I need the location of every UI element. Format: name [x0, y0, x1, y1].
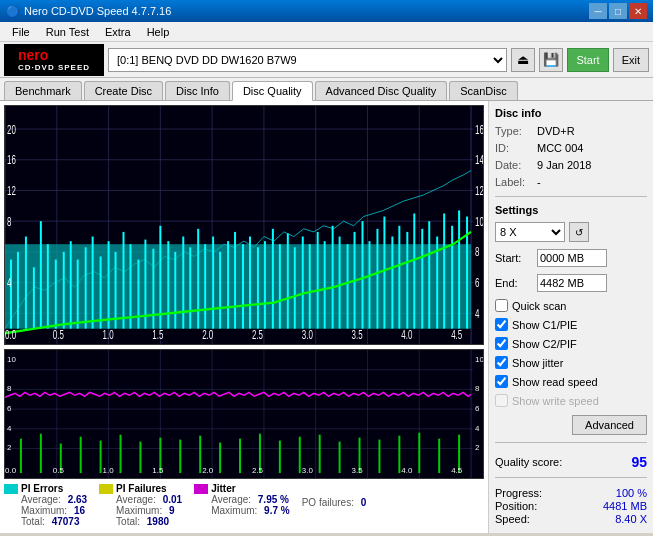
type-value: DVD+R	[537, 125, 575, 137]
svg-rect-61	[324, 241, 326, 329]
menu-run-test[interactable]: Run Test	[38, 24, 97, 40]
jitter-avg-val: 7.95 %	[258, 494, 289, 505]
tab-bar: Benchmark Create Disc Disc Info Disc Qua…	[0, 78, 653, 101]
speed-selector[interactable]: 8 X	[495, 222, 565, 242]
svg-text:2.0: 2.0	[202, 329, 213, 342]
pi-failures-total-label: Total:	[116, 516, 140, 527]
svg-rect-139	[438, 439, 440, 473]
show-jitter-checkbox[interactable]	[495, 356, 508, 369]
svg-rect-60	[317, 232, 319, 329]
quick-scan-checkbox[interactable]	[495, 299, 508, 312]
tab-disc-info[interactable]: Disc Info	[165, 81, 230, 100]
svg-text:4.0: 4.0	[401, 466, 413, 475]
show-c1pie-label: Show C1/PIE	[512, 319, 577, 331]
svg-rect-30	[92, 237, 94, 329]
position-value: 4481 MB	[603, 500, 647, 512]
drive-selector[interactable]: [0:1] BENQ DVD DD DW1620 B7W9	[108, 48, 507, 72]
show-read-speed-checkbox[interactable]	[495, 375, 508, 388]
svg-rect-126	[179, 440, 181, 473]
legend-po-failures: PO failures: 0	[302, 483, 367, 527]
end-input[interactable]	[537, 274, 607, 292]
show-read-speed-label: Show read speed	[512, 376, 598, 388]
quick-scan-row: Quick scan	[495, 299, 647, 312]
svg-rect-136	[378, 440, 380, 473]
svg-rect-46	[212, 237, 214, 329]
show-c2pif-checkbox[interactable]	[495, 337, 508, 350]
svg-rect-57	[294, 247, 296, 328]
svg-text:12: 12	[7, 184, 16, 197]
start-button[interactable]: Start	[567, 48, 608, 72]
svg-rect-19	[10, 260, 12, 329]
pi-errors-max-val: 16	[74, 505, 85, 516]
progress-value: 100 %	[616, 487, 647, 499]
side-panel: Disc info Type: DVD+R ID: MCC 004 Date: …	[488, 101, 653, 533]
svg-rect-26	[63, 252, 65, 329]
svg-rect-74	[421, 229, 423, 329]
end-row: End:	[495, 274, 647, 292]
svg-rect-21	[25, 237, 27, 329]
svg-rect-47	[219, 252, 221, 329]
svg-rect-122	[100, 441, 102, 473]
legend-jitter: Jitter Average: 7.95 % Maximum: 9.7 %	[194, 483, 289, 527]
svg-rect-59	[309, 244, 311, 328]
speed-progress-label: Speed:	[495, 513, 530, 525]
svg-rect-44	[197, 229, 199, 329]
svg-text:4.5: 4.5	[451, 329, 462, 342]
tab-scan-disc[interactable]: ScanDisc	[449, 81, 517, 100]
svg-rect-71	[398, 226, 400, 329]
svg-text:3.5: 3.5	[352, 329, 363, 342]
eject-button[interactable]: ⏏	[511, 48, 535, 72]
pi-errors-avg-label: Average:	[21, 494, 61, 505]
show-c2pif-label: Show C2/PIF	[512, 338, 577, 350]
menu-help[interactable]: Help	[139, 24, 178, 40]
svg-rect-64	[347, 244, 349, 328]
settings-title: Settings	[495, 204, 647, 216]
tab-disc-quality[interactable]: Disc Quality	[232, 81, 313, 101]
date-row: Date: 9 Jan 2018	[495, 159, 647, 171]
save-button[interactable]: 💾	[539, 48, 563, 72]
quick-scan-label: Quick scan	[512, 300, 566, 312]
start-input[interactable]	[537, 249, 607, 267]
show-c1pie-row: Show C1/PIE	[495, 318, 647, 331]
svg-rect-75	[428, 221, 430, 328]
svg-text:1.0: 1.0	[103, 329, 114, 342]
svg-text:8: 8	[475, 246, 480, 259]
jitter-max-label: Maximum:	[211, 505, 257, 516]
svg-text:16: 16	[7, 154, 16, 167]
svg-rect-121	[80, 437, 82, 473]
advanced-button[interactable]: Advanced	[572, 415, 647, 435]
show-c1pie-checkbox[interactable]	[495, 318, 508, 331]
menu-extra[interactable]: Extra	[97, 24, 139, 40]
pi-failures-svg: 10 8 6 4 2 10 8 6 4 2 0.0 0.5 1.0 1.5 2.…	[5, 350, 483, 478]
svg-rect-56	[287, 233, 289, 328]
svg-text:6: 6	[7, 404, 12, 413]
minimize-button[interactable]: ─	[589, 3, 607, 19]
svg-rect-35	[129, 244, 131, 328]
svg-text:20: 20	[7, 123, 16, 136]
disc-label-row: Label: -	[495, 176, 647, 188]
svg-text:8: 8	[7, 384, 12, 393]
tab-benchmark[interactable]: Benchmark	[4, 81, 82, 100]
pi-failures-chart: 10 8 6 4 2 10 8 6 4 2 0.0 0.5 1.0 1.5 2.…	[4, 349, 484, 479]
show-jitter-label: Show jitter	[512, 357, 563, 369]
pi-errors-label: PI Errors	[21, 483, 87, 494]
svg-rect-45	[204, 244, 206, 328]
close-button[interactable]: ✕	[629, 3, 647, 19]
exit-button[interactable]: Exit	[613, 48, 649, 72]
tab-advanced-disc-quality[interactable]: Advanced Disc Quality	[315, 81, 448, 100]
menu-file[interactable]: File	[4, 24, 38, 40]
tab-create-disc[interactable]: Create Disc	[84, 81, 163, 100]
svg-text:0.5: 0.5	[53, 466, 65, 475]
maximize-button[interactable]: □	[609, 3, 627, 19]
speed-progress-row: Speed: 8.40 X	[495, 513, 647, 525]
svg-text:4.5: 4.5	[451, 466, 463, 475]
app-icon: 🔵	[6, 5, 20, 18]
date-label: Date:	[495, 159, 533, 171]
refresh-icon[interactable]: ↺	[569, 222, 589, 242]
pi-errors-max-label: Maximum:	[21, 505, 67, 516]
position-label: Position:	[495, 500, 537, 512]
svg-rect-53	[264, 241, 266, 329]
pi-failures-total-val: 1980	[147, 516, 169, 527]
svg-text:8: 8	[7, 215, 12, 228]
svg-rect-124	[139, 442, 141, 474]
